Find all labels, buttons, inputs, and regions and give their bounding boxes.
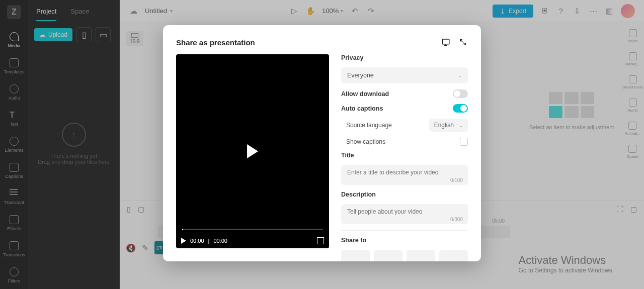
modal-title: Share as presentation — [176, 38, 434, 47]
title-label: Title — [341, 152, 468, 159]
expand-icon[interactable] — [458, 37, 468, 47]
privacy-dropdown[interactable]: Everyone ⌄ — [341, 67, 468, 83]
description-counter: 0/300 — [450, 217, 463, 222]
modal-backdrop[interactable]: Share as presentation 00:00 | 00:00 — [0, 0, 644, 289]
share-target-3[interactable] — [407, 250, 435, 261]
current-time: 00:00 — [190, 238, 204, 244]
title-field[interactable]: 0/100 — [341, 165, 468, 185]
source-language-label: Source language — [346, 122, 392, 129]
share-modal: Share as presentation 00:00 | 00:00 — [163, 25, 481, 261]
show-captions-checkbox[interactable] — [460, 138, 468, 146]
video-preview[interactable]: 00:00 | 00:00 — [176, 54, 329, 248]
allow-download-label: Allow download — [341, 90, 389, 98]
description-field[interactable]: 0/300 — [341, 204, 468, 224]
share-target-4[interactable] — [439, 250, 468, 261]
share-form: Privacy Everyone ⌄ Allow download Auto c… — [341, 54, 468, 261]
title-counter: 0/100 — [450, 177, 463, 183]
preview-fullscreen-icon[interactable] — [317, 237, 324, 244]
present-mode-icon[interactable] — [441, 37, 451, 47]
allow-download-toggle[interactable] — [453, 89, 468, 98]
preview-play-icon[interactable] — [181, 238, 186, 244]
total-time: 00:00 — [213, 238, 227, 244]
chevron-down-icon: ⌄ — [459, 123, 463, 128]
description-input[interactable] — [347, 208, 462, 215]
preview-progress[interactable] — [182, 229, 323, 230]
show-captions-label: Show captions — [346, 138, 385, 145]
privacy-label: Privacy — [341, 54, 468, 61]
play-big-icon[interactable] — [247, 144, 258, 158]
source-language-dropdown[interactable]: English ⌄ — [429, 119, 468, 132]
auto-captions-toggle[interactable] — [453, 104, 468, 113]
share-target-1[interactable] — [341, 250, 370, 261]
auto-captions-label: Auto captions — [341, 105, 383, 112]
chevron-down-icon: ⌄ — [458, 73, 462, 78]
svg-rect-0 — [442, 39, 449, 44]
title-input[interactable] — [347, 169, 462, 176]
description-label: Description — [341, 191, 468, 198]
share-to-label: Share to — [341, 237, 468, 244]
share-target-2[interactable] — [374, 250, 403, 261]
